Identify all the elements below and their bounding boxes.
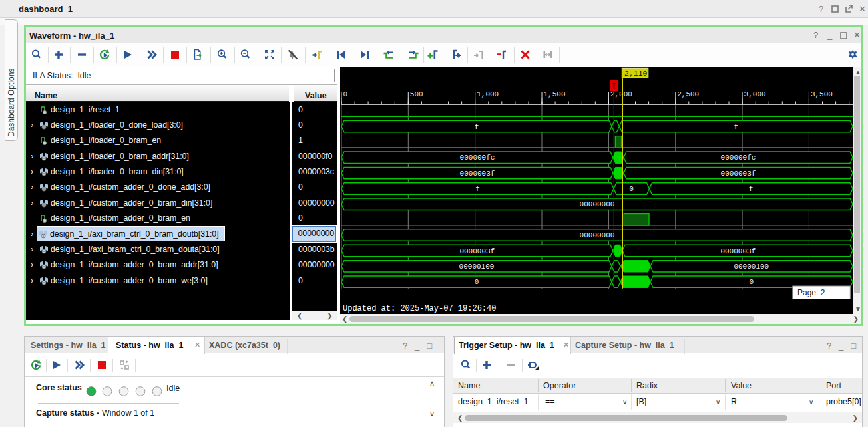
svg-text:0: 0: [475, 278, 479, 286]
svg-text:f: f: [475, 123, 479, 131]
svg-text:0000003f: 0000003f: [721, 170, 756, 178]
svg-text:3,000: 3,000: [744, 90, 766, 98]
svg-text:00000000: 00000000: [580, 200, 615, 208]
svg-text:0000003f: 0000003f: [720, 247, 756, 255]
svg-text:2,110: 2,110: [624, 69, 648, 78]
svg-text:1,000: 1,000: [477, 90, 499, 98]
svg-text:f: f: [475, 185, 480, 193]
svg-text:T: T: [611, 82, 616, 92]
svg-text:0: 0: [629, 185, 634, 193]
svg-text:000000fc: 000000fc: [460, 154, 495, 162]
svg-text:2,500: 2,500: [677, 90, 699, 98]
svg-text:0: 0: [343, 90, 348, 98]
svg-text:0: 0: [749, 278, 754, 286]
svg-text:3,500: 3,500: [811, 90, 833, 98]
svg-text:f: f: [734, 123, 738, 131]
svg-text:0000003f: 0000003f: [459, 247, 495, 255]
svg-text:f: f: [749, 185, 754, 193]
svg-text:0000003f: 0000003f: [460, 170, 495, 178]
svg-text:Page: 2: Page: 2: [797, 288, 825, 297]
svg-text:1,500: 1,500: [544, 90, 566, 98]
svg-text:Updated at: 2025-May-07 19:26:: Updated at: 2025-May-07 19:26:40: [343, 304, 496, 313]
svg-text:00000000: 00000000: [580, 231, 615, 239]
svg-text:000000fc: 000000fc: [721, 154, 756, 162]
svg-text:500: 500: [410, 90, 423, 98]
svg-text:00000100: 00000100: [459, 263, 495, 271]
svg-text:00000100: 00000100: [734, 263, 769, 271]
